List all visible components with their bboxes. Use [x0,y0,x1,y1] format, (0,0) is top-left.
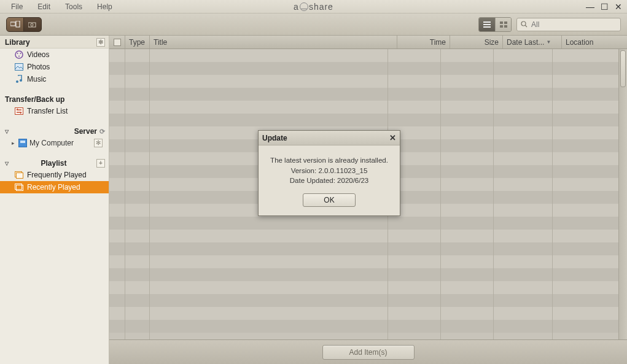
device-mode-camera-button[interactable] [24,18,41,31]
photo-icon [15,63,23,71]
svg-point-16 [18,56,20,57]
dialog-title: Update [262,134,287,142]
view-list-button[interactable] [479,18,495,31]
dialog-message-line3: Date Updated: 2020/6/23 [265,176,394,186]
dialog-body: The latest version is already installed.… [259,145,400,193]
expand-arrow-icon[interactable]: ▸ [10,140,16,146]
sidebar-item-frequently-played[interactable]: Frequently Played [0,169,109,181]
window-controls: — ☐ ✕ [586,0,622,13]
menu-file[interactable]: File [4,1,30,12]
window-close-button[interactable]: ✕ [615,2,622,12]
brand-left: a [294,2,299,12]
sidebar-item-videos[interactable]: Videos [0,48,109,61]
dialog-titlebar[interactable]: Update ✕ [259,131,400,145]
computer-icon [18,139,27,147]
pc-icon [10,21,20,28]
device-mode-toggle [6,17,42,32]
sidebar-playlist-header[interactable]: Playlist + [0,155,109,169]
dialog-message-line2: Version: 2.0.0.11023_15 [265,166,394,176]
dialog-ok-button[interactable]: OK [303,193,356,207]
view-grid-button[interactable] [495,18,511,31]
sidebar-server-header[interactable]: Server ⟳ [0,123,109,137]
window-minimize-button[interactable]: — [586,2,594,12]
svg-line-12 [525,25,527,27]
checkbox-icon[interactable] [114,39,121,46]
add-playlist-button[interactable]: + [96,159,105,168]
scrollbar-thumb[interactable] [620,50,626,87]
svg-rect-0 [10,22,15,26]
device-mode-pc-button[interactable] [7,18,24,31]
column-location[interactable]: Location [562,36,627,48]
column-type[interactable]: Type [125,36,150,48]
sidebar-item-music[interactable]: Music [0,73,109,85]
film-icon [15,50,23,59]
sidebar-item-label: My Computer [29,139,74,147]
svg-point-13 [15,51,23,58]
svg-point-14 [17,53,18,54]
sidebar-transfer-label: Transfer/Back up [5,95,64,104]
settings-icon[interactable]: ✻ [94,139,103,147]
gear-icon[interactable]: ✻ [96,38,105,47]
column-size[interactable]: Size [450,36,503,48]
sidebar: Library ✻ Videos Photos Music Transfer/B… [0,36,109,364]
column-title[interactable]: Title [150,36,397,48]
column-date-last[interactable]: Date Last... ▼ [503,36,562,48]
svg-point-18 [16,80,18,83]
sidebar-item-recently-played[interactable]: Recently Played [0,181,109,193]
playlist-icon [15,171,23,179]
svg-rect-20 [15,108,23,115]
sidebar-item-label: Photos [27,63,50,71]
sidebar-item-photos[interactable]: Photos [0,61,109,73]
menu-tools[interactable]: Tools [58,1,90,12]
column-date-label: Date Last... [507,38,544,47]
sidebar-item-my-computer[interactable]: ▸ My Computer ✻ [0,137,109,149]
view-mode-toggle [478,17,512,32]
add-items-button[interactable]: Add Item(s) [322,345,415,360]
toolbar [0,14,627,36]
svg-rect-10 [504,25,507,28]
svg-point-3 [31,23,33,26]
sidebar-library-header: Library ✻ [0,36,109,48]
sidebar-item-label: Frequently Played [27,171,87,179]
grid-icon [500,21,507,28]
music-icon [15,75,23,83]
refresh-icon[interactable]: ⟳ [99,128,105,136]
svg-point-11 [521,21,526,26]
column-time[interactable]: Time [397,36,450,48]
camera-icon [28,21,37,28]
search-icon [521,21,528,28]
window-maximize-button[interactable]: ☐ [601,2,609,12]
svg-rect-22 [17,173,23,179]
sidebar-server-label: Server [74,127,97,136]
vertical-scrollbar[interactable] [618,49,627,339]
search-box[interactable] [516,18,621,31]
sidebar-item-label: Music [27,75,46,83]
dialog-close-button[interactable]: ✕ [389,133,396,142]
svg-point-15 [20,53,21,54]
column-select-all[interactable] [109,36,125,48]
sidebar-playlist-label: Playlist [41,159,66,168]
brand-accent-icon [300,2,308,11]
list-icon [483,21,491,28]
svg-point-19 [20,79,22,82]
search-input[interactable] [531,20,617,29]
menu-help[interactable]: Help [90,1,120,12]
menu-edit[interactable]: Edit [30,1,58,12]
svg-rect-7 [500,21,503,24]
menubar: File Edit Tools Help ashare — ☐ ✕ [0,0,627,14]
svg-rect-1 [16,21,20,27]
svg-rect-9 [500,25,503,28]
playlist-icon [15,183,23,192]
sidebar-library-label: Library [5,38,30,47]
brand-right: share [309,2,333,12]
sidebar-item-label: Videos [27,50,49,59]
dialog-message-line1: The latest version is already installed. [265,155,394,166]
sidebar-item-label: Transfer List [27,107,68,115]
svg-rect-17 [15,64,23,71]
svg-rect-8 [504,21,507,24]
transfer-icon [15,107,23,115]
dialog-actions: OK [259,193,400,215]
sidebar-item-transfer-list[interactable]: Transfer List [0,105,109,117]
sidebar-transfer-header: Transfer/Back up [0,91,109,105]
sidebar-item-label: Recently Played [27,183,80,192]
